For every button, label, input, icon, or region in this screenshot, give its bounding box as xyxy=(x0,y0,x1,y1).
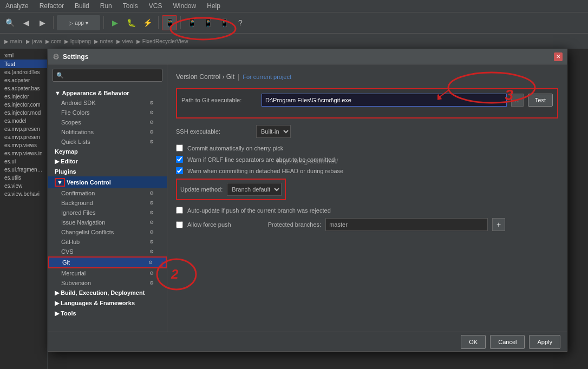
section-keymap[interactable]: Keymap xyxy=(48,147,167,156)
section-build[interactable]: ▶ Build, Execution, Deployment xyxy=(48,288,167,298)
apply-button[interactable]: Apply xyxy=(529,335,560,349)
tree-subversion[interactable]: Subversion ⚙ xyxy=(48,278,167,288)
cancel-button[interactable]: Cancel xyxy=(490,335,525,349)
file-item8[interactable]: es.mvp.presen xyxy=(0,125,47,133)
tree-quick-lists[interactable]: Quick Lists ⚙ xyxy=(48,137,167,147)
file-item15[interactable]: es.view xyxy=(0,182,47,190)
toolbar-btn2[interactable]: ▶ xyxy=(35,15,50,30)
menu-analyze[interactable]: Analyze xyxy=(3,1,31,11)
file-item2[interactable]: es.adpater xyxy=(0,76,47,84)
toolbar-btn1[interactable]: ◀ xyxy=(18,15,34,30)
section-version-control[interactable]: ▼ Version Control xyxy=(48,176,167,188)
checkbox-auto-update-input[interactable] xyxy=(176,207,183,214)
separator3 xyxy=(158,16,159,29)
tree-github[interactable]: GitHub ⚙ xyxy=(48,237,167,247)
checkbox-detached-input[interactable] xyxy=(176,167,183,174)
section-appearance[interactable]: ▼ Appearance & Behavior xyxy=(48,88,167,98)
menu-run[interactable]: Run xyxy=(98,1,114,11)
file-item4[interactable]: es.injector xyxy=(0,93,47,101)
tree-cvs[interactable]: CVS ⚙ xyxy=(48,247,167,256)
toolbar-sdk[interactable]: 📱 xyxy=(162,15,177,30)
tree-notifications[interactable]: Notifications ⚙ xyxy=(48,127,167,137)
changelist-conflicts-label: Changelist Conflicts xyxy=(61,229,114,235)
tree-background[interactable]: Background ⚙ xyxy=(48,198,167,208)
checkbox-cherry-pick-input[interactable] xyxy=(176,144,183,151)
section-plugins[interactable]: Plugins xyxy=(48,167,167,176)
file-test[interactable]: Test xyxy=(0,60,47,68)
menu-refactor[interactable]: Refactor xyxy=(37,1,66,11)
tree-confirmation[interactable]: Confirmation ⚙ xyxy=(48,188,167,198)
file-item7[interactable]: es.model xyxy=(0,117,47,125)
settings-content: Version Control › Git | For current proj… xyxy=(167,64,567,332)
tree-mercurial[interactable]: Mercurial ⚙ xyxy=(48,268,167,278)
version-control-label: Version Control xyxy=(67,179,111,186)
menu-tools[interactable]: Tools xyxy=(121,1,140,11)
tree-git[interactable]: Git ⚙ xyxy=(48,256,167,268)
tree-android-sdk[interactable]: Android SDK ⚙ xyxy=(48,98,167,108)
menu-build[interactable]: Build xyxy=(73,1,92,11)
toolbar-search[interactable]: 🔍 xyxy=(2,15,17,30)
search-input[interactable] xyxy=(66,72,159,78)
expand-tools-icon: ▶ xyxy=(55,310,61,317)
file-item10[interactable]: es.mvp.views xyxy=(0,141,47,149)
update-method-select[interactable]: Branch default xyxy=(227,183,282,196)
allow-force-label: Allow force push xyxy=(187,221,231,228)
toolbar-avd2[interactable]: 📱 xyxy=(200,15,215,30)
menu-bar: Analyze Refactor Build Run Tools VCS Win… xyxy=(0,0,588,12)
checkbox-crlf-input[interactable] xyxy=(176,156,183,163)
confirmation-label: Confirmation xyxy=(61,190,95,196)
toolbar-run-config[interactable]: ▷ app ▾ xyxy=(57,15,100,30)
file-item6[interactable]: es.injector.mod xyxy=(0,109,47,117)
toolbar-help[interactable]: ? xyxy=(233,15,248,30)
menu-vcs[interactable]: VCS xyxy=(147,1,165,11)
toolbar-debug[interactable]: 🐛 xyxy=(123,15,139,30)
git-path-dots-button[interactable]: ... xyxy=(511,94,524,107)
expand-vc-icon: ▼ xyxy=(55,178,65,187)
checkbox-force-push-input[interactable] xyxy=(176,221,183,228)
file-item1[interactable]: es.(androidTes xyxy=(0,68,47,76)
dialog-close-button[interactable]: ✕ xyxy=(554,52,563,61)
file-item16[interactable]: es.view.behavi xyxy=(0,190,47,198)
editor-label: Editor xyxy=(61,158,78,164)
tree-file-colors[interactable]: File Colors ⚙ xyxy=(48,108,167,117)
force-push-row: Allow force push Protected branches: + xyxy=(176,218,558,231)
content-breadcrumb: Version Control › Git xyxy=(176,73,234,81)
file-item12[interactable]: es.ui xyxy=(0,157,47,166)
toolbar-avd1[interactable]: 📱 xyxy=(184,15,199,30)
tree-issue-navigation[interactable]: Issue Navigation ⚙ xyxy=(48,218,167,227)
search-box[interactable]: 🔍 xyxy=(53,69,162,82)
expand-languages-icon: ▶ xyxy=(55,300,61,306)
git-test-button[interactable]: Test xyxy=(528,94,553,107)
protected-add-button[interactable]: + xyxy=(492,218,505,231)
toolbar-avd3[interactable]: 📱 xyxy=(217,15,232,30)
toolbar-run[interactable]: ▶ xyxy=(107,15,122,30)
section-editor[interactable]: ▶ Editor xyxy=(48,156,167,167)
section-tools[interactable]: ▶ Tools xyxy=(48,308,167,319)
checkbox-cherry-pick: Commit automatically on cherry-pick xyxy=(176,144,558,151)
menu-help[interactable]: Help xyxy=(205,1,223,11)
settings-tree-panel: 🔍 ▼ Appearance & Behavior Android SDK ⚙ xyxy=(48,64,167,332)
ok-button[interactable]: OK xyxy=(461,335,486,349)
separator2 xyxy=(103,16,104,29)
file-item14[interactable]: es.utils xyxy=(0,174,47,182)
protected-branches-input[interactable] xyxy=(325,218,488,231)
cvs-icon: ⚙ xyxy=(149,249,154,254)
file-xml[interactable]: xml xyxy=(0,51,47,60)
git-path-input[interactable] xyxy=(262,94,507,107)
update-method-section: Update method: Branch default xyxy=(176,179,286,200)
toolbar-attach[interactable]: ⚡ xyxy=(140,15,155,30)
tree-changelist-conflicts[interactable]: Changelist Conflicts ⚙ xyxy=(48,227,167,237)
file-item5[interactable]: es.injector.com xyxy=(0,101,47,109)
file-colors-icon: ⚙ xyxy=(149,110,154,115)
file-item13[interactable]: es.ui.fragments. xyxy=(0,166,47,174)
file-item11[interactable]: es.mvp.views.in xyxy=(0,149,47,157)
tree-scopes[interactable]: Scopes ⚙ xyxy=(48,117,167,127)
tree-ignored-files[interactable]: Ignored Files ⚙ xyxy=(48,208,167,218)
file-item3[interactable]: es.adpater.bas xyxy=(0,84,47,93)
ignored-files-icon: ⚙ xyxy=(149,210,154,215)
menu-window[interactable]: Window xyxy=(171,1,198,11)
ssh-select[interactable]: Built-in xyxy=(256,125,291,138)
git-path-section: Path to Git executable: ... Test xyxy=(176,88,558,118)
file-item9[interactable]: es.mvp.presen xyxy=(0,133,47,141)
section-languages[interactable]: ▶ Languages & Frameworks xyxy=(48,298,167,308)
